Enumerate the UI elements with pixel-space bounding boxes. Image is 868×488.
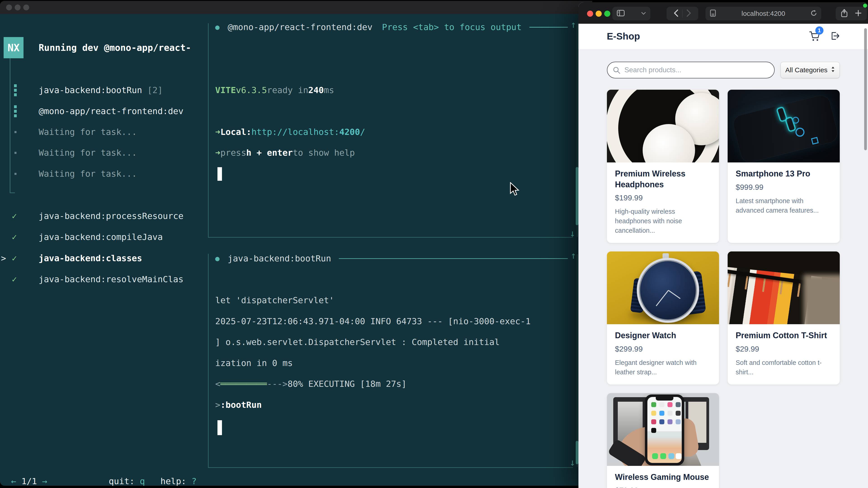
- log-line: let 'dispatcherServlet': [215, 290, 334, 311]
- scroll-up-icon[interactable]: ↑: [570, 19, 576, 30]
- reader-icon[interactable]: [710, 9, 716, 18]
- product-description: Latest smartphone with advanced camera f…: [736, 196, 832, 215]
- sidebar-icon[interactable]: [617, 10, 625, 17]
- task-row-classes-selected[interactable]: > ✓ java-backend:classes: [0, 248, 204, 269]
- zoom-window-icon[interactable]: [23, 4, 29, 10]
- phone-notch-shape: [656, 397, 673, 400]
- task-row-resolve-main-class[interactable]: ✓ java-backend:resolveMainClas: [0, 269, 204, 290]
- local-url-line: ➜ Local: http://localhost:4200/: [215, 122, 365, 142]
- header-rule: [529, 27, 568, 28]
- task-row-waiting-3: Waiting for task...: [0, 163, 204, 184]
- pager-prev-icon[interactable]: ←: [11, 476, 16, 486]
- product-image-headphones: [607, 90, 719, 162]
- scroll-up-icon[interactable]: ↑: [570, 250, 576, 261]
- browser-toolbar: localhost:4200: [579, 2, 868, 24]
- task-row-process-resource[interactable]: ✓ java-backend:processResource: [0, 205, 204, 226]
- scrollbar-thumb[interactable]: [576, 167, 579, 225]
- floor-shape: [804, 274, 840, 324]
- pager-label: 1/1: [22, 476, 37, 486]
- pager-next-icon[interactable]: →: [42, 476, 47, 486]
- product-description: High-quality wireless headphones with no…: [615, 207, 711, 235]
- close-window-icon[interactable]: [587, 11, 593, 17]
- terminal-titlebar[interactable]: [0, 1, 592, 14]
- minimize-window-icon[interactable]: [596, 11, 602, 17]
- product-card-mouse[interactable]: Wireless Gaming Mouse $79.99 High-perfor…: [607, 393, 719, 488]
- minimize-window-icon[interactable]: [15, 4, 21, 10]
- terminal-cursor: [217, 167, 222, 181]
- scrollbar-thumb[interactable]: [576, 441, 579, 464]
- shop-page: All Categories: [579, 49, 868, 488]
- log-line: ization in 0 ms: [215, 353, 293, 373]
- cart-button[interactable]: 1: [809, 31, 820, 42]
- app-icons-shape: [651, 402, 656, 407]
- watch-face-shape: [637, 258, 699, 323]
- back-icon[interactable]: [670, 9, 682, 18]
- product-image-watch: [607, 252, 719, 324]
- mouse-pointer-icon: [509, 182, 520, 198]
- product-description: Soft and comfortable cotton t-shirt...: [736, 358, 832, 377]
- task-row-bootrun[interactable]: java-backend:bootRun [2]: [0, 80, 204, 101]
- waiting-dot-icon: [14, 173, 17, 175]
- localhost-link-port[interactable]: 4200: [339, 127, 360, 137]
- address-bar[interactable]: localhost:4200: [706, 7, 821, 20]
- browser-window: localhost:4200 E-Shop: [579, 2, 868, 488]
- arrow-icon: ➜: [215, 148, 220, 158]
- new-tab-icon[interactable]: [855, 10, 862, 17]
- sidebar-button-group: [612, 7, 650, 20]
- share-icon[interactable]: [841, 9, 847, 18]
- task-row-compile-java[interactable]: ✓ java-backend:compileJava: [0, 227, 204, 248]
- log-line: 2025-07-23T12:06:43.971-04:00 INFO 64733…: [215, 311, 531, 332]
- task-bullet-icon: ●: [215, 23, 219, 31]
- vite-ready-line: VITE v6.3.5 ready in 240 ms: [215, 80, 334, 101]
- help-hint-line: ➜ press h + enter to show help: [215, 142, 355, 163]
- header-rule: [339, 258, 568, 259]
- selection-pointer-icon: >: [1, 253, 6, 263]
- terminal-body: NX Running dev @mono-app/react- java-bac…: [0, 14, 592, 486]
- gradle-task-line: > :bootRun: [215, 394, 262, 415]
- product-price: $79.99: [615, 486, 711, 488]
- shop-header: E-Shop 1: [579, 24, 868, 49]
- chevron-down-icon[interactable]: [641, 11, 646, 15]
- scroll-down-icon[interactable]: ↓: [569, 228, 575, 239]
- product-card-tshirt[interactable]: Premium Cotton T-Shirt $29.99 Soft and c…: [727, 252, 840, 385]
- reload-icon[interactable]: [810, 9, 817, 18]
- output-panel-frontend-header: ● @mono-app/react-frontend:dev Press <ta…: [215, 17, 568, 37]
- close-window-icon[interactable]: [6, 4, 12, 10]
- gradle-progress-line: <═════════---> 80% EXECUTING [18m 27s]: [215, 373, 407, 394]
- task-row-waiting-1: Waiting for task...: [0, 122, 204, 142]
- product-card-watch[interactable]: Designer Watch $299.99 Elegant designer …: [607, 252, 719, 385]
- output-panel-bootrun-header: ● java-backend:bootRun: [215, 248, 568, 269]
- logout-icon[interactable]: [829, 31, 840, 42]
- product-price: $299.99: [615, 345, 711, 353]
- log-line: ] o.s.web.servlet.DispatcherServlet : Co…: [215, 332, 500, 352]
- focus-output-hint: Press <tab> to focus output: [382, 22, 522, 32]
- search-input[interactable]: [607, 62, 775, 78]
- phone-body-shape: [731, 93, 839, 162]
- category-select[interactable]: All Categories: [780, 62, 840, 78]
- product-price: $29.99: [736, 345, 832, 353]
- product-name: Designer Watch: [615, 330, 711, 341]
- product-price: $199.99: [615, 193, 711, 202]
- quit-key: q: [140, 476, 145, 486]
- terminal-run-title: Running dev @mono-app/react-: [39, 37, 191, 58]
- task-count-badge: [142, 85, 147, 95]
- help-key: ?: [191, 476, 197, 486]
- forward-icon[interactable]: [683, 9, 695, 18]
- product-name: Premium Wireless Headphones: [615, 168, 711, 190]
- dock-icons-shape: [652, 453, 658, 459]
- task-row-frontend-dev[interactable]: @mono-app/react-frontend:dev: [0, 101, 204, 122]
- zoom-window-icon[interactable]: [604, 11, 610, 17]
- browser-scrollbar-thumb[interactable]: [864, 28, 867, 150]
- shop-title: E-Shop: [607, 31, 640, 42]
- cart-count-badge: 1: [815, 26, 824, 35]
- phone-icon-glow-shape: [796, 128, 804, 137]
- progress-bar: ═════════: [220, 379, 267, 389]
- localhost-link[interactable]: http://localhost:: [251, 127, 339, 137]
- check-icon: ✓: [12, 274, 17, 284]
- search-icon: [613, 66, 620, 75]
- scrollbar-track[interactable]: [577, 254, 578, 467]
- product-card-smartphone[interactable]: Smartphone 13 Pro $999.99 Latest smartph…: [727, 90, 840, 243]
- status-green-dot: [863, 4, 867, 8]
- scroll-down-icon[interactable]: ↓: [569, 457, 575, 468]
- product-card-headphones[interactable]: Premium Wireless Headphones $199.99 High…: [607, 90, 719, 243]
